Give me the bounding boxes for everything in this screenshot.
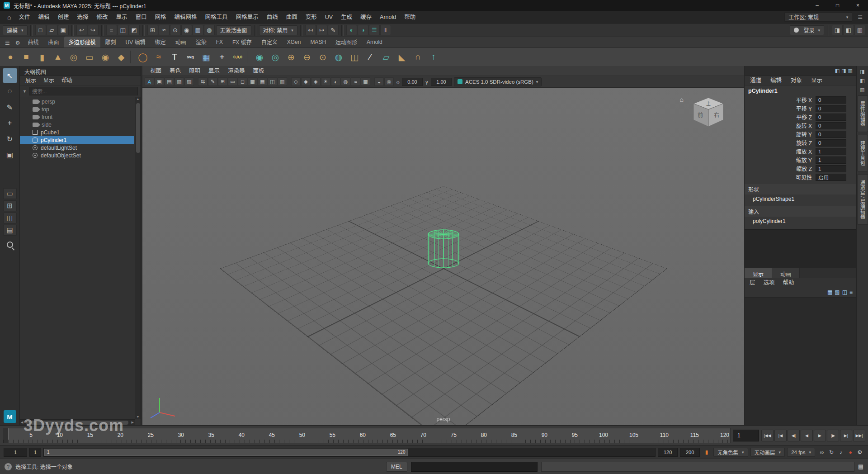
playback-button[interactable]: |▶ [827, 430, 839, 441]
animation-layer-selector[interactable]: 无动画层 ▾ [750, 448, 785, 457]
shelf-tab[interactable]: 曲线 [24, 37, 43, 47]
history-icon[interactable]: ↪ [88, 25, 99, 35]
viewport-display-icon[interactable]: ▩ [361, 77, 370, 86]
channel-label[interactable]: 平移 Z [745, 113, 816, 121]
render-icon[interactable]: ☰ [369, 25, 380, 35]
channel-label[interactable]: 旋转 Z [745, 139, 816, 147]
layout-button[interactable]: ▭ [3, 188, 17, 199]
shelf-tool-icon[interactable]: ◍ [331, 49, 346, 65]
menu-item[interactable]: 网格工具 [201, 11, 232, 24]
playback-button[interactable]: |◀ [774, 430, 787, 441]
statusline-separator[interactable] [254, 25, 256, 36]
snap-icon[interactable]: ≈ [159, 25, 170, 35]
construction-icon[interactable]: ↤ [305, 25, 316, 35]
channel-value-field[interactable]: 0 [816, 114, 846, 121]
channelbox-header-icon[interactable]: ◨ [841, 68, 846, 74]
outliner-item[interactable]: pCylinder1 [20, 136, 134, 144]
playback-button[interactable]: |◀◀ [761, 430, 774, 441]
playback-option-icon[interactable]: ♪ [836, 448, 845, 457]
render-icon[interactable]: ◐ [346, 25, 357, 35]
menu-item[interactable]: 缓存 [356, 11, 376, 24]
viewport-display-icon[interactable]: ✎ [208, 77, 217, 86]
dock-icon[interactable]: ◧ [859, 76, 867, 85]
snap-icon[interactable]: ◉ [181, 25, 192, 35]
shelf-tool-icon[interactable]: ◆ [113, 49, 129, 65]
current-time-marker[interactable] [3, 428, 9, 443]
menu-item[interactable]: 文件 [14, 11, 34, 24]
construction-icon[interactable]: ↦ [316, 25, 327, 35]
menu-item[interactable]: 网格显示 [232, 11, 263, 24]
channel-label[interactable]: 缩放 X [745, 147, 816, 155]
shelf-tab[interactable]: 多边形建模 [64, 37, 100, 47]
time-ruler[interactable]: 5101520253035404550556065707580859095100… [3, 428, 731, 443]
statusline-separator[interactable] [827, 25, 829, 36]
shelf-tab[interactable]: XGen [283, 38, 306, 47]
menu-item[interactable]: 编辑网格 [170, 11, 201, 24]
shelf-tool-icon[interactable]: ⊖ [299, 49, 315, 65]
animation-end-field[interactable]: 200 [680, 448, 700, 457]
menu-item[interactable]: 曲线 [263, 11, 282, 24]
statusline-separator[interactable] [101, 25, 104, 36]
channel-value-field[interactable]: 1 [816, 156, 846, 164]
shelf-tool-icon[interactable]: ◯ [135, 49, 151, 65]
character-set-selector[interactable]: 无角色集 ▾ [713, 448, 748, 457]
viewport-display-icon[interactable]: ▨ [184, 77, 194, 86]
input-node-name[interactable]: polyCylinder1 [745, 217, 856, 226]
view-cube[interactable]: 上 前 右 [688, 95, 729, 133]
shelf-tool-icon[interactable] [130, 51, 134, 63]
gamma-field[interactable]: 1.00 [431, 78, 452, 86]
channel-label[interactable]: 缩放 Y [745, 156, 816, 164]
colorspace-selector[interactable]: ACES 1.0 SDR-video (sRGB) ▾ [454, 77, 542, 86]
snap-icon[interactable]: ▦ [193, 25, 203, 35]
menu-item[interactable]: UV [321, 11, 337, 24]
zoom-tool-icon[interactable] [7, 242, 13, 248]
menu-item[interactable]: 视图 [146, 66, 165, 76]
viewport-display-icon[interactable]: ◐ [331, 77, 340, 86]
workspace-selector[interactable]: 工作区: 常规 ▾ [784, 12, 852, 22]
shelf-tab[interactable]: 动画 [171, 37, 191, 47]
close-button[interactable]: × [848, 0, 868, 11]
menu-item[interactable]: 帮助 [58, 76, 76, 85]
playback-start-field[interactable]: 1 [29, 448, 41, 457]
animation-start-field[interactable]: 1 [4, 448, 27, 457]
script-editor-icon[interactable]: ▤ [858, 463, 863, 470]
scrollbar-thumb[interactable] [26, 421, 128, 425]
shelf-tab[interactable]: 渲染 [191, 37, 211, 47]
shelf-tab[interactable]: 自定义 [257, 37, 282, 47]
statusline-separator[interactable] [142, 25, 145, 36]
panel-toggle-icon[interactable]: ◨ [832, 25, 843, 35]
tool-button[interactable]: ✎ [3, 100, 17, 114]
history-icon[interactable]: ↩ [76, 25, 87, 35]
shelf-tool-icon[interactable]: 0,0,0 [230, 49, 245, 65]
fps-selector[interactable]: 24 fps ▾ [787, 448, 815, 457]
layer-action-icon[interactable]: ▦ [827, 289, 832, 295]
shelf-tool-icon[interactable]: ⊙ [315, 49, 330, 65]
construction-icon[interactable]: ✎ [328, 25, 339, 35]
channel-value-field[interactable]: 0 [816, 105, 846, 112]
outliner-item[interactable]: defaultLightSet [20, 144, 134, 152]
outliner-item[interactable]: persp [20, 98, 134, 105]
menu-item[interactable]: 创建 [54, 11, 73, 24]
menu-item[interactable]: 编辑 [766, 76, 786, 85]
shape-node-name[interactable]: pCylinderShape1 [745, 194, 856, 204]
viewport-display-icon[interactable]: ▧ [175, 77, 184, 86]
viewport-canvas[interactable]: ⌂ 上 前 右 persp [142, 88, 744, 425]
viewport-display-icon[interactable]: ◫ [268, 77, 277, 86]
channel-label[interactable]: 缩放 Z [745, 165, 816, 172]
workspace-options-icon[interactable]: ☰ [856, 14, 864, 20]
viewport-display-icon[interactable]: ◒ [374, 77, 384, 86]
outliner-item[interactable]: side [20, 121, 134, 128]
viewport-display-icon[interactable]: ◇ [291, 77, 301, 86]
shelf-tool-icon[interactable]: ◎ [268, 49, 283, 65]
menu-item[interactable]: 层 [745, 278, 760, 287]
layer-action-icon[interactable]: ◫ [842, 289, 847, 295]
viewcube-home-icon[interactable]: ⌂ [680, 96, 684, 103]
shelf-tool-icon[interactable]: ▱ [378, 49, 394, 65]
channel-label[interactable]: 平移 X [745, 96, 816, 104]
shelf-tool-icon[interactable]: ↑ [426, 49, 441, 65]
statusline-separator[interactable] [341, 25, 344, 36]
viewport-display-icon[interactable]: ⇆ [198, 77, 208, 86]
channel-label[interactable]: 平移 Y [745, 104, 816, 112]
dock-tab[interactable]: 通道盒 / 层编辑器 [857, 174, 868, 225]
snap-icon[interactable]: ⊙ [170, 25, 181, 35]
